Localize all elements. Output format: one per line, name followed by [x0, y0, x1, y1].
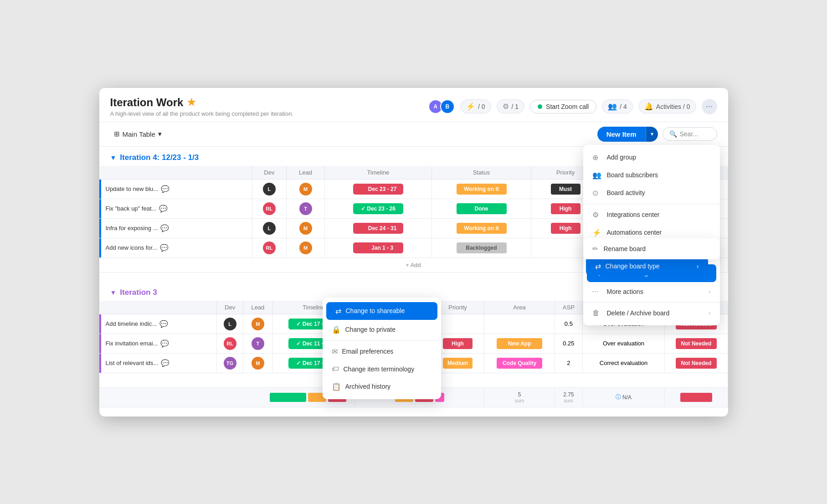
col-dev: Dev — [252, 166, 287, 180]
chat-icon[interactable]: 💬 — [160, 244, 169, 252]
priority-badge: Medium — [443, 358, 473, 369]
sum1-value: 5 — [518, 391, 521, 398]
new-item-button[interactable]: New Item — [597, 127, 646, 142]
more-button[interactable]: ··· — [702, 99, 717, 114]
avatar-2: B — [440, 99, 455, 114]
main-table-button[interactable]: ⊞ Main Table ▾ — [110, 128, 165, 140]
priority-badge: High — [443, 338, 473, 349]
submenu-email-prefs[interactable]: ✉ Email preferences — [323, 343, 441, 360]
group-chevron-iteration4[interactable]: ▼ — [110, 154, 117, 161]
email-icon: ✉ — [332, 347, 338, 356]
group-title-iteration3[interactable]: Iteration 3 — [120, 288, 157, 297]
toolbar-right: New Item ▾ 🔍 Sear... — [597, 127, 717, 142]
row-bar — [99, 219, 101, 238]
row-bar — [99, 238, 101, 257]
chat-icon[interactable]: 💬 — [160, 224, 169, 232]
menu-integrations-label: Integrations center — [607, 211, 660, 218]
status-badge: Done — [457, 203, 507, 214]
menu-add-group[interactable]: ⊕ Add group — [583, 149, 720, 166]
design-cell: Not Needed — [665, 334, 728, 353]
menu-add-group-label: Add group — [607, 154, 637, 161]
stat-automations[interactable]: ⚡ / 0 — [460, 99, 491, 113]
new-item-label: New Item — [606, 130, 637, 138]
search-label: Sear... — [680, 130, 698, 138]
archived-icon: 📋 — [332, 382, 341, 391]
new-item-dropdown-button[interactable]: ▾ — [646, 127, 658, 142]
lead-avatar: M — [252, 357, 264, 370]
members-stat[interactable]: 👥 / 4 — [602, 99, 633, 113]
submenu-change-term[interactable]: 🏷 Change item terminology — [323, 360, 441, 378]
activities-stat[interactable]: 🔔 Activities / 0 — [638, 99, 696, 113]
row-bar-purple — [99, 354, 101, 373]
item-name-text: Update to new blu... — [106, 185, 159, 192]
item-name: Infra for exposing ... 💬 — [106, 224, 248, 232]
stat1-value: / 0 — [478, 103, 485, 110]
menu-board-activity[interactable]: ⊙ Board activity — [583, 184, 720, 202]
sum-label2: sum — [559, 398, 579, 403]
chat-icon[interactable]: 💬 — [159, 205, 168, 213]
dev-cell: RL — [252, 238, 287, 257]
change-board-type-label: Change board type — [606, 262, 660, 270]
lead-avatar: M — [299, 242, 312, 254]
change-term-label: Change item terminology — [344, 365, 415, 373]
shareable-icon: ⇄ — [335, 307, 341, 315]
menu-board-subscribers[interactable]: 👥 Board subscribers — [583, 166, 720, 184]
row-bar-purple — [99, 314, 101, 334]
item-name: Update to new blu... 💬 — [106, 185, 248, 193]
menu-more-actions[interactable]: ··· More actions › — [583, 283, 720, 300]
col-asp: ASP — [555, 301, 583, 314]
header-subtitle: A high-level view of all the product wor… — [110, 110, 294, 117]
chat-icon[interactable]: 💬 — [159, 320, 168, 328]
sum2-value: 2.75 — [563, 391, 574, 398]
col-item — [99, 166, 252, 180]
area-cell: Code Quality — [484, 353, 555, 373]
lead-cell: M — [287, 179, 325, 199]
search-icon: 🔍 — [669, 130, 677, 138]
chat-icon[interactable]: 💬 — [160, 339, 169, 348]
dev-cell: L — [252, 179, 287, 199]
group-title-iteration4[interactable]: Iteration 4: 12/23 - 1/3 — [120, 153, 199, 162]
shareable-label: Change to shareable — [346, 307, 405, 314]
col-area-3: Area — [484, 301, 555, 314]
chat-icon[interactable]: 💬 — [161, 359, 170, 367]
dev-avatar: L — [224, 318, 236, 330]
main-table-label: Main Table — [123, 130, 155, 138]
col-item-3 — [99, 301, 217, 314]
item-cell: Fix "back up" feat... 💬 — [99, 199, 252, 218]
group-chevron-iteration3[interactable]: ▼ — [110, 289, 117, 296]
subscribers-icon: 👥 — [592, 171, 601, 180]
dev-avatar: TG — [224, 357, 236, 370]
priority-badge: High — [551, 223, 580, 234]
summary-eval: ⓘ N/A — [582, 387, 665, 407]
rename-board-item[interactable]: ✏ Rename board — [583, 240, 720, 257]
status-badge: Working on it — [457, 184, 507, 195]
search-box[interactable]: 🔍 Sear... — [663, 127, 717, 141]
change-board-type-arrow: › — [697, 262, 699, 270]
main-table-chevron: ▾ — [158, 130, 162, 138]
header-title: Iteration Work ★ — [110, 96, 294, 109]
status-badge: Working on it — [457, 223, 507, 234]
timeline-cell: ❗ Dec 24 - 31 — [324, 218, 431, 238]
submenu-to-private[interactable]: 🔒 Change to private — [323, 321, 441, 339]
lead-cell: M — [287, 218, 325, 238]
dev-cell: RL — [217, 334, 243, 353]
submenu-archived[interactable]: 📋 Archived history — [323, 378, 441, 396]
item-name: Add timeline indic... 💬 — [106, 320, 213, 328]
star-icon[interactable]: ★ — [187, 97, 196, 108]
menu-integrations[interactable]: ⚙ Integrations center — [583, 206, 720, 224]
submenu-to-shareable[interactable]: ⇄ Change to shareable — [326, 302, 437, 320]
chat-icon[interactable]: 💬 — [161, 185, 170, 193]
menu-delete-archive[interactable]: 🗑 Delete / Archive board › — [583, 304, 720, 322]
status-badge: Backlogged — [457, 242, 507, 253]
menu-more-actions-label: More actions — [607, 288, 643, 295]
lead-avatar: M — [299, 183, 312, 195]
status-cell: Working on it — [431, 218, 531, 238]
na-value: N/A — [622, 394, 632, 401]
zoom-button[interactable]: Start Zoom call — [530, 100, 596, 113]
menu-board-subscribers-label: Board subscribers — [607, 171, 658, 179]
timeline-cell: ❗ Jan 1 - 3 — [324, 238, 431, 257]
change-board-type-active-item[interactable]: ⇄ Change board type › — [586, 257, 708, 275]
stat-integrations[interactable]: ⚙ / 1 — [497, 99, 525, 113]
members-value: / 4 — [620, 103, 627, 110]
more-actions-icon: ··· — [592, 288, 601, 296]
